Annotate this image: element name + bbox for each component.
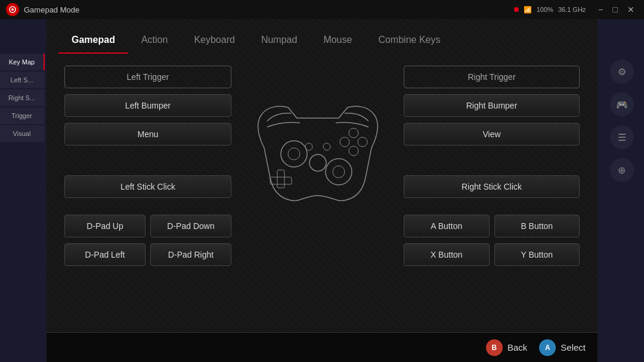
svg-point-9 (358, 137, 367, 147)
svg-rect-6 (277, 170, 284, 188)
sidebar-right-icon-1[interactable]: ⚙ (610, 60, 634, 83)
menu-button[interactable]: Menu (64, 123, 231, 146)
right-bumper-button[interactable]: Right Bumper (404, 94, 580, 117)
left-stick-click-button[interactable]: Left Stick Click (64, 175, 231, 198)
select-icon: A (539, 339, 556, 356)
tab-numpad[interactable]: Numpad (248, 29, 310, 54)
left-bumper-button[interactable]: Left Bumper (64, 94, 231, 117)
content-area: Left Trigger Right Trigger Left Bumper M… (47, 54, 597, 332)
sidebar-item-rightstick[interactable]: Right S... (0, 89, 45, 106)
view-button[interactable]: View (404, 123, 580, 146)
dpad-row-2: D-Pad Left D-Pad Right (64, 243, 231, 266)
close-button[interactable]: ✕ (624, 4, 638, 16)
sidebar-item-keymap[interactable]: Key Map (0, 54, 45, 70)
gamepad-svg (246, 94, 389, 214)
back-icon: B (486, 339, 503, 356)
app-title: Gamepad Mode (24, 5, 79, 14)
svg-point-12 (305, 143, 312, 150)
dpad-right-button[interactable]: D-Pad Right (150, 243, 231, 266)
left-column: Left Bumper Menu Left Stick Click D-Pad … (64, 94, 231, 266)
tabs-bar: Gamepad Action Keyboard Numpad Mouse Com… (47, 19, 597, 54)
svg-point-14 (309, 154, 326, 171)
svg-point-2 (281, 141, 307, 167)
svg-point-11 (349, 128, 358, 138)
main-window: Gamepad Action Keyboard Numpad Mouse Com… (47, 19, 597, 362)
dpad-left-button[interactable]: D-Pad Left (64, 243, 145, 266)
sidebar-right: ⚙ 🎮 ☰ ⊕ (599, 54, 644, 182)
sidebar-left: Key Map Left S... Right S... Trigger Vis… (0, 54, 45, 143)
b-button[interactable]: B Button (494, 215, 580, 237)
app-logo: Gamepad Mode (6, 3, 79, 16)
back-button[interactable]: B Back (486, 339, 527, 356)
logo-icon (6, 3, 19, 16)
dpad-up-button[interactable]: D-Pad Up (64, 215, 145, 237)
svg-point-3 (288, 148, 300, 160)
face-row-1: A Button B Button (404, 215, 580, 237)
dpad-down-button[interactable]: D-Pad Down (150, 215, 231, 237)
sidebar-label-visual: Visual (13, 130, 31, 137)
sidebar-label-trigger: Trigger (11, 112, 32, 119)
titlebar-status: 📶 100% 36.1 GHz (514, 6, 586, 14)
status-dot (514, 7, 519, 12)
gamepad-image-container (237, 94, 398, 214)
a-button[interactable]: A Button (404, 215, 490, 237)
svg-point-8 (349, 146, 358, 156)
select-label: Select (561, 342, 586, 352)
sidebar-label-rightstick: Right S... (8, 94, 35, 101)
cpu-status: 36.1 GHz (558, 6, 586, 13)
right-column: Right Bumper View Right Stick Click A Bu… (404, 94, 580, 266)
right-stick-click-button[interactable]: Right Stick Click (404, 175, 580, 198)
minimize-button[interactable]: − (595, 4, 606, 16)
sidebar-item-trigger[interactable]: Trigger (0, 107, 45, 124)
sidebar-right-icon-2[interactable]: 🎮 (610, 92, 634, 116)
titlebar-controls: 📶 100% 36.1 GHz − □ ✕ (514, 4, 638, 16)
svg-point-10 (340, 137, 349, 147)
tab-mouse[interactable]: Mouse (310, 29, 365, 54)
sidebar-label-leftstick: Left S... (11, 76, 33, 83)
left-trigger-button[interactable]: Left Trigger (64, 66, 231, 88)
select-button[interactable]: A Select (539, 339, 586, 356)
sidebar-label-keymap: Key Map (9, 58, 35, 66)
svg-point-13 (323, 143, 330, 150)
svg-point-4 (326, 159, 352, 185)
svg-point-1 (11, 8, 14, 11)
wifi-icon: 📶 (524, 6, 532, 14)
tab-gamepad[interactable]: Gamepad (58, 29, 128, 54)
tab-keyboard[interactable]: Keyboard (181, 29, 248, 54)
sidebar-right-icon-4[interactable]: ⊕ (610, 158, 634, 182)
dpad-row-1: D-Pad Up D-Pad Down (64, 215, 231, 237)
svg-rect-7 (270, 177, 292, 184)
y-button[interactable]: Y Button (494, 243, 580, 266)
sidebar-item-leftstick[interactable]: Left S... (0, 72, 45, 88)
svg-point-5 (333, 166, 345, 178)
face-row-2: X Button Y Button (404, 243, 580, 266)
battery-status: 100% (537, 6, 553, 13)
back-label: Back (507, 342, 527, 352)
tab-combine-keys[interactable]: Combine Keys (365, 29, 453, 54)
sidebar-right-icon-3[interactable]: ☰ (610, 125, 634, 149)
bottom-bar: B Back A Select (47, 332, 597, 362)
x-button[interactable]: X Button (404, 243, 490, 266)
right-trigger-button[interactable]: Right Trigger (404, 66, 580, 88)
tab-action[interactable]: Action (128, 29, 181, 54)
sidebar-item-visual[interactable]: Visual (0, 125, 45, 142)
titlebar: Gamepad Mode 📶 100% 36.1 GHz − □ ✕ (0, 0, 644, 19)
maximize-button[interactable]: □ (609, 4, 621, 16)
